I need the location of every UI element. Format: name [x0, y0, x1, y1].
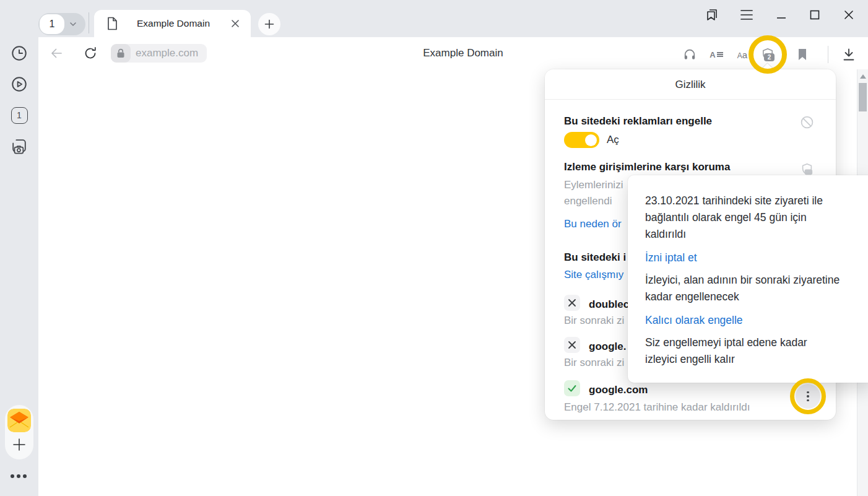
reader-mode-icon: A: [710, 50, 723, 59]
bookmark-button[interactable]: [795, 47, 810, 62]
tracker-blocked-icon: [564, 295, 580, 311]
ads-block-title: Bu sitedeki reklamları engelle: [564, 115, 712, 128]
address-bar[interactable]: example.com: [111, 44, 207, 63]
plus-icon: [264, 19, 274, 29]
tracker-allowed-icon: [564, 380, 580, 396]
downloads-button[interactable]: [841, 47, 856, 62]
tracker-desc: Bir sonraki zi: [564, 357, 624, 369]
why-important-link[interactable]: Bu neden ör: [564, 218, 622, 230]
protect-shield-button[interactable]: 2: [760, 47, 775, 62]
reader-mode-button[interactable]: A: [709, 47, 724, 62]
listen-button[interactable]: [682, 47, 697, 62]
reload-icon: [83, 46, 98, 61]
block-permanently-link[interactable]: Kalıcı olarak engelle: [645, 312, 858, 329]
tracking-desc-line2: engellendi: [564, 195, 612, 207]
tracker-blocked-icon: [564, 337, 580, 353]
sidebar-more-button[interactable]: [11, 474, 27, 478]
headphones-icon: [683, 48, 697, 61]
browser-tab[interactable]: Example Domain: [94, 10, 251, 37]
minimize-icon: [775, 9, 788, 21]
toolbar: example.com Example Domain A Aa 2: [38, 37, 868, 69]
tooltip-text: İzleyici, alan adının bir sonraki ziyare…: [645, 272, 858, 289]
ad-blocked-icon: [800, 115, 815, 130]
tooltip-text: 23.10.2021 tarihindeki site ziyareti ile: [645, 193, 858, 209]
add-app-button[interactable]: [12, 437, 27, 452]
tracker-desc: Bir sonraki zi: [564, 315, 624, 327]
tracking-desc-line1: Eylemlerinizi: [564, 179, 623, 191]
site-trackers-title: Bu sitedeki i: [564, 251, 626, 264]
tab-count-square: 1: [11, 107, 28, 124]
tooltip-text: bağlantılı olarak engel 45 gün için: [645, 209, 858, 226]
translate-icon: Aa: [737, 50, 747, 60]
maximize-icon: [809, 9, 821, 21]
screenshot-button[interactable]: [9, 136, 30, 157]
side-panel-button[interactable]: [703, 6, 721, 24]
window-close-button[interactable]: [840, 6, 857, 24]
hamburger-menu-icon: [740, 9, 753, 20]
minimize-button[interactable]: [773, 6, 790, 24]
tab-strip: 1 Example Domain: [0, 0, 868, 37]
toolbar-divider: [828, 46, 828, 63]
toggle-label: Aç: [607, 134, 619, 146]
clock-icon: [11, 45, 28, 62]
page-title: Example Domain: [423, 37, 503, 69]
yandex-mail-icon[interactable]: [7, 409, 31, 432]
tracker-desc: Engel 7.12.2021 tarihine kadar kaldırıld…: [564, 401, 750, 414]
back-button[interactable]: [49, 46, 64, 61]
revoke-permission-link[interactable]: İzni iptal et: [645, 250, 858, 266]
tracking-protection-title: Izleme girişimlerine karşı koruma: [564, 161, 730, 173]
screenshot-camera-icon: [10, 137, 28, 155]
pinned-apps-container: [5, 405, 33, 459]
scroll-up-arrow[interactable]: [860, 74, 866, 79]
tab-title: Example Domain: [118, 18, 228, 29]
tooltip-text: kaldırıldı: [645, 226, 858, 243]
chevron-down-icon: [69, 20, 77, 28]
reload-button[interactable]: [83, 46, 98, 61]
tab-group-count: 1: [40, 14, 64, 34]
tooltip-text: izleyici engelli kalır: [645, 351, 858, 368]
tracker-name: google.: [589, 341, 626, 353]
back-arrow-icon: [49, 46, 64, 61]
ads-block-toggle[interactable]: [564, 132, 599, 148]
tooltip-text: Siz engellemeyi iptal edene kadar: [645, 334, 858, 351]
translate-button[interactable]: Aa: [735, 47, 750, 62]
tracker-name: google.com: [589, 384, 648, 396]
history-button[interactable]: [9, 43, 30, 64]
panel-title: Gizlilik: [545, 69, 836, 100]
video-button[interactable]: [9, 74, 30, 95]
play-circle-icon: [11, 76, 28, 93]
sidebar: 1: [0, 0, 38, 496]
close-icon: [843, 9, 855, 21]
tracker-name: doublec: [589, 298, 629, 311]
page-icon: [106, 17, 118, 30]
tab-group-selector[interactable]: 1: [38, 13, 85, 35]
tooltip-text: kadar engellenecek: [645, 289, 858, 305]
plus-icon: [12, 438, 26, 451]
url-text: example.com: [136, 47, 198, 59]
bookmark-icon: [796, 48, 809, 61]
maximize-button[interactable]: [806, 6, 823, 24]
tab-close-icon[interactable]: [228, 17, 242, 30]
site-not-working-link[interactable]: Site çalışmıy: [564, 269, 623, 281]
scrollbar-thumb[interactable]: [859, 83, 867, 111]
tabs-panel-button[interactable]: 1: [9, 105, 30, 126]
tracker-options-button[interactable]: [796, 384, 820, 409]
browser-menu-button[interactable]: [738, 6, 755, 24]
blocked-trackers-badge: 2: [764, 53, 775, 61]
collections-icon: [705, 7, 719, 22]
ssl-lock-icon[interactable]: [111, 44, 131, 63]
tracker-options-tooltip: 23.10.2021 tarihindeki site ziyareti ile…: [628, 175, 868, 383]
tabstrip-divider: [89, 12, 89, 33]
new-tab-button[interactable]: [258, 13, 280, 35]
download-icon: [841, 47, 856, 62]
